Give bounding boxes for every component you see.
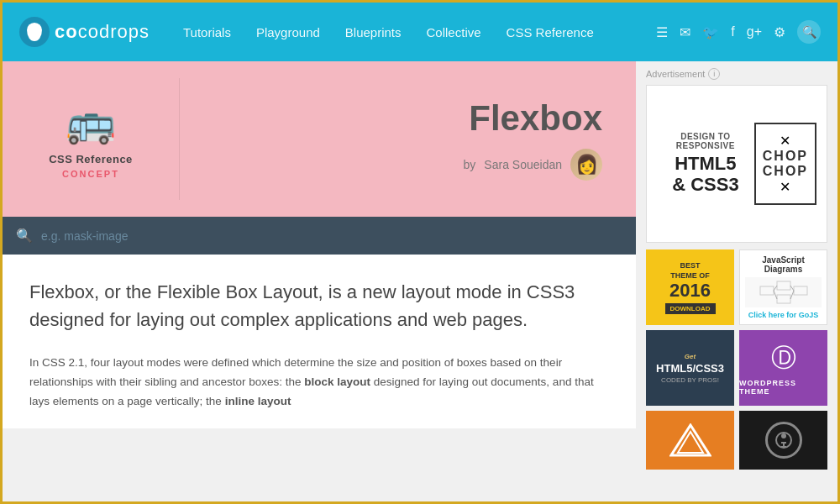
header: cocodrops Tutorials Playground Blueprint… — [3, 3, 837, 61]
resp-sub: CODED BY PROS! — [661, 376, 719, 384]
chop-bottom-symbol: ✕ — [763, 179, 808, 195]
article-title: Flexbox — [469, 98, 602, 139]
main-content: 🚌 CSS Reference CONCEPT Flexbox by Sara … — [3, 61, 837, 504]
nav-css-reference[interactable]: CSS Reference — [507, 25, 594, 39]
email-icon[interactable]: ✉ — [680, 24, 690, 40]
best-label: BEST — [680, 261, 700, 270]
gojs-link[interactable]: Click here for GoJS — [748, 311, 819, 319]
ad-responsive-html5[interactable]: Get HTML5/CSS3 CODED BY PROS! — [646, 330, 734, 406]
bold-inline-layout: inline layout — [225, 395, 291, 407]
facebook-icon[interactable]: f — [731, 24, 734, 39]
rss-icon[interactable]: ☰ — [656, 24, 668, 40]
svg-marker-9 — [678, 432, 703, 453]
ad-grid-1: BEST THEME OF 2016 DOWNLOAD JavaScript D… — [646, 249, 827, 325]
svg-line-4 — [774, 286, 777, 291]
svg-rect-1 — [777, 281, 790, 290]
ad-html5-left: DESIGN TO RESPONSIVE HTML5 & CSS3 — [657, 132, 754, 196]
badge-subtitle: CONCEPT — [62, 169, 119, 179]
bold-block-layout: block layout — [304, 375, 370, 388]
google-plus-icon[interactable]: g+ — [747, 24, 762, 39]
content-area: 🚌 CSS Reference CONCEPT Flexbox by Sara … — [3, 61, 636, 504]
svg-line-7 — [790, 291, 794, 299]
hero-author: by Sara Soueidan 👩 — [464, 149, 602, 181]
ad-css3-title: & CSS3 — [657, 174, 754, 196]
nav-tutorials[interactable]: Tutorials — [183, 25, 231, 39]
ad-wordpress-theme[interactable]: Ⓓ WORDPRESS THEME — [739, 330, 827, 406]
svg-line-6 — [790, 286, 794, 291]
nav-collective[interactable]: Collective — [427, 25, 481, 39]
logo-text: cocodrops — [55, 21, 150, 43]
svg-rect-0 — [760, 286, 774, 295]
ad-gojs[interactable]: JavaScript Diagrams Cl — [739, 249, 827, 325]
sidebar: Advertisement i DESIGN TO RESPONSIVE HTM… — [636, 61, 837, 504]
github-icon[interactable]: ⚙ — [774, 24, 785, 40]
ad-label: Advertisement i — [646, 68, 827, 80]
search-bar-icon: 🔍 — [16, 228, 33, 244]
author-by: by — [464, 158, 476, 171]
wp-text: WORDPRESS THEME — [739, 379, 827, 396]
ad-orange[interactable] — [646, 411, 734, 470]
svg-marker-8 — [671, 425, 710, 455]
twitter-icon[interactable]: 🐦 — [702, 24, 719, 40]
hero-banner: 🚌 CSS Reference CONCEPT Flexbox by Sara … — [3, 61, 636, 217]
chop-top-symbol: ✕ — [763, 133, 808, 149]
header-icons: ☰ ✉ 🐦 f g+ ⚙ 🔍 — [656, 20, 821, 44]
ad-info-icon[interactable]: i — [708, 68, 720, 80]
search-input[interactable] — [41, 229, 622, 243]
download-label: DOWNLOAD — [665, 303, 716, 314]
ad-dark-circle-icon — [765, 422, 802, 459]
author-name: Sara Soueidan — [484, 158, 562, 171]
article-body: In CSS 2.1, four layout modes were defin… — [29, 354, 609, 412]
badge-title: CSS Reference — [49, 153, 133, 165]
hero-left: 🚌 CSS Reference CONCEPT — [3, 61, 179, 217]
svg-point-11 — [781, 433, 786, 438]
search-bar: 🔍 — [3, 217, 636, 255]
ad-dark[interactable] — [739, 411, 827, 470]
header-search-icon[interactable]: 🔍 — [797, 20, 821, 44]
theme-of-label: THEME OF — [670, 271, 710, 280]
svg-line-5 — [774, 291, 777, 299]
main-nav: Tutorials Playground Blueprints Collecti… — [183, 25, 656, 39]
svg-rect-2 — [777, 295, 790, 303]
hero-right: Flexbox by Sara Soueidan 👩 — [180, 61, 636, 217]
chop-title: CHOP — [763, 149, 808, 164]
chop-subtitle: CHOP — [763, 164, 808, 179]
article-intro: Flexbox, or the Flexible Box Layout, is … — [29, 278, 609, 333]
nav-blueprints[interactable]: Blueprints — [345, 25, 402, 39]
gojs-diagram — [745, 277, 822, 307]
nav-playground[interactable]: Playground — [256, 25, 320, 39]
gojs-title: JavaScript Diagrams — [745, 255, 822, 274]
ad-html5-title: HTML5 — [657, 154, 754, 174]
wp-icon: Ⓓ — [771, 341, 796, 375]
resp-get: Get — [685, 353, 696, 360]
ad-design-text: DESIGN TO RESPONSIVE — [657, 132, 754, 150]
svg-rect-3 — [794, 286, 807, 295]
logo[interactable]: cocodrops — [19, 17, 150, 47]
ad-best2016[interactable]: BEST THEME OF 2016 DOWNLOAD — [646, 249, 734, 325]
article-content: Flexbox, or the Flexible Box Layout, is … — [3, 255, 636, 428]
ad-chopchop: ✕ CHOP CHOP ✕ — [754, 123, 816, 205]
ad-main-banner[interactable]: DESIGN TO RESPONSIVE HTML5 & CSS3 ✕ CHOP… — [646, 85, 827, 243]
year-label: 2016 — [669, 281, 711, 300]
resp-title: HTML5/CSS3 — [656, 362, 724, 375]
bus-icon: 🚌 — [66, 99, 116, 146]
ad-grid-3 — [646, 411, 827, 470]
ad-grid-2: Get HTML5/CSS3 CODED BY PROS! Ⓓ WORDPRES… — [646, 330, 827, 406]
logo-icon — [19, 17, 50, 47]
avatar: 👩 — [570, 149, 602, 181]
